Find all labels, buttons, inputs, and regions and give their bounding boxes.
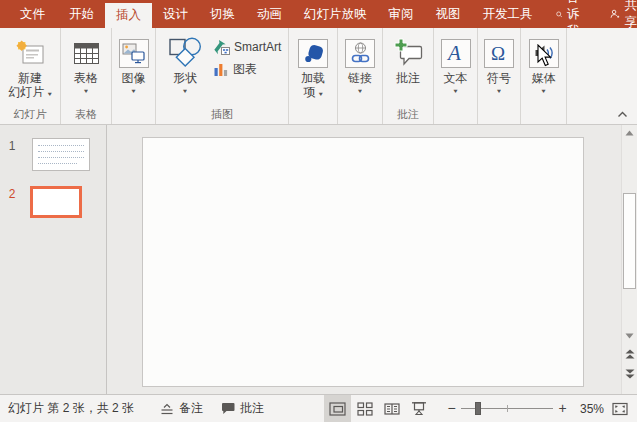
- comments-label: 批注: [240, 400, 264, 417]
- tab-animations[interactable]: 动画: [246, 0, 293, 28]
- table-label: 表格: [74, 71, 98, 85]
- tab-insert[interactable]: 插入: [105, 3, 152, 28]
- notes-label: 备注: [179, 400, 203, 417]
- dropdown-caret-icon: ▾: [497, 88, 501, 94]
- new-comment-button[interactable]: 批注: [393, 35, 424, 107]
- media-speaker-icon: [532, 42, 556, 64]
- slide-2-thumbnail-selected[interactable]: [30, 186, 82, 218]
- status-bar: 幻灯片 第 2 张，共 2 张 备注 批注: [0, 394, 637, 422]
- tab-developer[interactable]: 开发工具: [472, 0, 544, 28]
- triangle-up-icon: [625, 130, 634, 136]
- slide-1-thumbnail[interactable]: [32, 138, 90, 171]
- images-icon: [122, 43, 145, 64]
- placeholder-line: [38, 163, 77, 164]
- tab-home[interactable]: 开始: [58, 0, 105, 28]
- omega-symbol-icon: Ω: [488, 41, 510, 65]
- group-label-comments: 批注: [383, 107, 433, 124]
- group-slides: 新建 幻灯片 ▾ 幻灯片: [0, 28, 61, 124]
- svg-text:Ω: Ω: [491, 43, 505, 64]
- dropdown-caret-icon: ▾: [541, 88, 545, 94]
- group-label-text: [434, 107, 477, 124]
- comments-toggle-button[interactable]: 批注: [221, 400, 264, 417]
- text-label: 文本: [444, 71, 468, 85]
- slide-editor-area: [107, 125, 621, 394]
- group-label-media: [521, 107, 566, 124]
- slideshow-icon: [411, 401, 427, 416]
- zoom-out-button[interactable]: −: [445, 402, 458, 415]
- search-icon: [556, 8, 563, 21]
- main-area: 1 2: [0, 125, 637, 394]
- previous-slide-button[interactable]: [623, 348, 637, 361]
- notes-toggle-button[interactable]: 备注: [160, 400, 203, 417]
- scrollbar-track[interactable]: [623, 139, 637, 329]
- share-button[interactable]: 共享: [598, 0, 637, 31]
- slide-sorter-view-button[interactable]: [351, 395, 378, 422]
- double-chevron-up-icon: [625, 349, 635, 360]
- group-images: 图像 ▾: [112, 28, 156, 124]
- tab-file[interactable]: 文件: [7, 0, 58, 28]
- dropdown-caret-icon: ▾: [453, 88, 457, 94]
- zoom-slider-center-tick: [507, 405, 508, 412]
- scrollbar-thumb[interactable]: [623, 193, 636, 289]
- zoom-slider[interactable]: [461, 401, 553, 416]
- addins-label-2: 项: [303, 85, 315, 99]
- table-icon: [73, 41, 100, 66]
- tab-transitions[interactable]: 切换: [199, 0, 246, 28]
- comment-bubble-icon: [221, 402, 235, 415]
- group-symbols: Ω 符号 ▾: [478, 28, 521, 124]
- tab-review[interactable]: 审阅: [378, 0, 425, 28]
- images-button[interactable]: 图像 ▾: [119, 35, 149, 107]
- addins-button[interactable]: 加载 项 ▾: [298, 35, 328, 107]
- slide-canvas[interactable]: [142, 137, 584, 387]
- fit-slide-to-window-button[interactable]: [609, 395, 631, 422]
- table-button[interactable]: 表格 ▾: [73, 35, 100, 107]
- symbols-button[interactable]: Ω 符号 ▾: [484, 35, 514, 107]
- dropdown-caret-icon: ▾: [319, 91, 323, 97]
- group-comments: 批注 批注: [383, 28, 434, 124]
- next-slide-button[interactable]: [623, 367, 637, 380]
- tab-design[interactable]: 设计: [152, 0, 199, 28]
- shapes-icon: [167, 37, 204, 70]
- chart-button[interactable]: 图表: [213, 60, 281, 78]
- text-button[interactable]: A 文本 ▾: [441, 35, 471, 107]
- shapes-button[interactable]: 形状 ▾: [163, 35, 207, 107]
- collapse-ribbon-button[interactable]: [615, 108, 629, 120]
- slide-sorter-icon: [357, 402, 373, 416]
- dropdown-caret-icon: ▾: [48, 91, 52, 97]
- tab-view[interactable]: 视图: [425, 0, 472, 28]
- tab-slideshow[interactable]: 幻灯片放映: [293, 0, 378, 28]
- svg-text:A: A: [446, 41, 461, 65]
- media-label: 媒体: [532, 71, 556, 85]
- new-slide-button[interactable]: 新建 幻灯片 ▾: [8, 35, 51, 107]
- normal-view-button[interactable]: [324, 395, 351, 422]
- placeholder-line: [38, 145, 84, 146]
- smartart-label: SmartArt: [234, 40, 281, 54]
- dropdown-caret-icon: ▾: [183, 88, 187, 94]
- group-media: 媒体 ▾: [521, 28, 567, 124]
- triangle-down-icon: [625, 333, 634, 339]
- slide-number: 1: [0, 138, 24, 153]
- smartart-icon: [213, 39, 230, 56]
- chevron-up-icon: [617, 111, 628, 118]
- links-button[interactable]: 链接 ▾: [345, 35, 375, 107]
- slide-thumbnail-item-2[interactable]: 2: [0, 186, 106, 218]
- media-button[interactable]: 媒体 ▾: [529, 35, 559, 107]
- reading-view-button[interactable]: [378, 395, 405, 422]
- zoom-percentage[interactable]: 35%: [571, 402, 604, 416]
- slideshow-view-button[interactable]: [405, 395, 432, 422]
- zoom-slider-thumb[interactable]: [475, 402, 481, 415]
- addins-label-1: 加载: [301, 71, 325, 85]
- zoom-in-button[interactable]: +: [556, 402, 569, 415]
- new-slide-icon: [15, 39, 45, 67]
- new-comment-label: 批注: [396, 71, 420, 85]
- smartart-button[interactable]: SmartArt: [213, 38, 281, 56]
- group-label-illustrations: 插图: [156, 107, 288, 124]
- placeholder-line: [38, 151, 84, 152]
- group-addins: 加载 项 ▾: [289, 28, 338, 124]
- dropdown-caret-icon: ▾: [131, 88, 135, 94]
- scroll-down-button[interactable]: [623, 329, 637, 342]
- slide-thumbnail-item-1[interactable]: 1: [0, 138, 106, 171]
- dropdown-caret-icon: ▾: [84, 88, 88, 94]
- double-chevron-down-icon: [625, 368, 635, 379]
- scroll-up-button[interactable]: [623, 126, 637, 139]
